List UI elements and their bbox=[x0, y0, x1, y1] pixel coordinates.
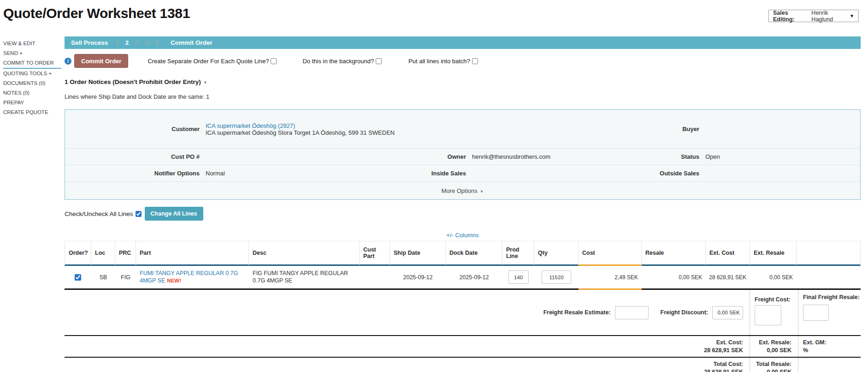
line-dock-date: 2025-09-12 bbox=[446, 266, 502, 290]
col-header-resale[interactable]: Resale bbox=[642, 241, 706, 266]
commit-order-button[interactable]: Commit Order bbox=[74, 54, 128, 68]
line-qty-input[interactable] bbox=[542, 270, 571, 284]
sidebar-item-documents[interactable]: DOCUMENTS (0) bbox=[3, 78, 61, 88]
separate-order-checkbox[interactable] bbox=[271, 58, 277, 64]
more-options-toggle[interactable]: More Options▼ bbox=[442, 187, 484, 194]
col-header-prod-line[interactable]: Prod Line bbox=[502, 241, 534, 266]
separate-order-checkbox-label: Create Separate Order For Each Quote Lin… bbox=[148, 58, 269, 65]
sell-process-bar: Sell Process 1 2 3 4 5 Commit Order bbox=[65, 36, 861, 49]
line-resale: 0,00 SEK bbox=[679, 274, 702, 281]
order-notices-toggle[interactable]: 1 Order Notices (Doesn't Prohibit Order … bbox=[65, 78, 861, 85]
freight-section: Freight Resale Estimate: Freight Discoun… bbox=[65, 290, 861, 336]
col-header-desc[interactable]: Desc bbox=[249, 241, 360, 266]
sales-editing-label: Sales Editing: bbox=[773, 10, 809, 23]
current-step-label: Commit Order bbox=[171, 39, 213, 46]
freight-resale-estimate-input[interactable] bbox=[615, 306, 649, 319]
sidebar-item-notes[interactable]: NOTES (0) bbox=[3, 88, 61, 98]
col-header-ext-resale[interactable]: Ext. Resale bbox=[750, 241, 797, 266]
line-prc: FIG bbox=[115, 266, 136, 290]
col-header-ship-date[interactable]: Ship Date bbox=[390, 241, 446, 266]
info-icon[interactable]: i bbox=[65, 58, 71, 65]
sidebar-item-prepay[interactable]: PREPAY bbox=[3, 98, 61, 108]
step-3[interactable]: 3 bbox=[135, 39, 139, 46]
background-checkbox-label: Do this in the background? bbox=[302, 58, 374, 65]
ext-resale-total-value: 0,00 SEK bbox=[767, 347, 791, 354]
col-header-qty[interactable]: Qty bbox=[534, 241, 579, 266]
chevron-down-icon: ▼ bbox=[203, 80, 207, 85]
total-resale-label: Total Resale: bbox=[756, 360, 791, 368]
total-resale-value: 0,00 SEK bbox=[767, 368, 791, 372]
step-1[interactable]: 1 bbox=[115, 39, 119, 46]
col-header-cost[interactable]: Cost bbox=[579, 241, 642, 266]
batch-checkbox[interactable] bbox=[472, 58, 478, 64]
col-header-loc[interactable]: Loc bbox=[91, 241, 115, 266]
line-order-checkbox[interactable] bbox=[75, 274, 81, 281]
order-notices-title: 1 Order Notices (Doesn't Prohibit Order … bbox=[65, 78, 201, 85]
customer-panel: Customer ICA supermarket Ödeshög (2927) … bbox=[65, 109, 861, 200]
step-5[interactable]: 5 bbox=[155, 39, 159, 46]
line-part-link[interactable]: FUMI TANGY APPLE REGULAR 0.7G 4MGP SE bbox=[140, 270, 238, 284]
freight-cost-label: Freight Cost: bbox=[755, 296, 791, 303]
customer-address: ICA supermarket Ödeshög Stora Torget 1A … bbox=[206, 129, 401, 136]
sell-process-steps: 1 2 3 4 5 bbox=[115, 39, 159, 46]
main-content: Sell Process 1 2 3 4 5 Commit Order i Co… bbox=[65, 36, 861, 372]
sales-editing-select[interactable]: Sales Editing: Henrik Haglund ▼ bbox=[768, 10, 859, 22]
commit-toolbar: i Commit Order Create Separate Order For… bbox=[65, 54, 861, 68]
cust-po-label: Cust PO # bbox=[65, 153, 200, 160]
sidebar-item-create-pquote[interactable]: CREATE PQUOTE bbox=[3, 108, 61, 117]
sidebar: VIEW & EDIT SEND + COMMIT TO ORDER QUOTI… bbox=[3, 39, 61, 117]
page-title: Quote/Order Worksheet 1381 bbox=[3, 6, 190, 21]
sidebar-item-view-edit[interactable]: VIEW & EDIT bbox=[3, 39, 61, 48]
final-freight-resale-input[interactable] bbox=[803, 305, 829, 321]
table-row: SB FIG FUMI TANGY APPLE REGULAR 0.7G 4MG… bbox=[65, 266, 861, 290]
columns-toggle-link[interactable]: +/- Columns bbox=[446, 232, 478, 239]
inside-sales-label: Inside Sales bbox=[401, 170, 466, 177]
freight-discount-input[interactable] bbox=[712, 306, 743, 319]
line-loc: SB bbox=[91, 266, 115, 290]
chevron-down-icon: ▼ bbox=[850, 13, 854, 18]
ext-gm-label: Ext. GM: bbox=[803, 339, 827, 347]
ext-totals-row: Ext. Cost: 28 628,91 SEK Ext. Resale: 0,… bbox=[65, 336, 861, 358]
table-header-row: Order? Loc PRC Part Desc Cust Part Ship … bbox=[65, 241, 861, 266]
chevron-down-icon: ▼ bbox=[480, 189, 484, 194]
step-4[interactable]: 4 bbox=[145, 39, 149, 46]
owner-value: henrik@thesnusbrothers.com bbox=[466, 153, 644, 160]
ext-gm-value: % bbox=[803, 347, 808, 354]
col-header-dock-date[interactable]: Dock Date bbox=[446, 241, 502, 266]
freight-cost-input[interactable] bbox=[755, 305, 781, 325]
col-header-prc[interactable]: PRC bbox=[115, 241, 136, 266]
line-ext-resale: 0,00 SEK bbox=[769, 274, 793, 281]
customer-link[interactable]: ICA supermarket Ödeshög (2927) bbox=[206, 122, 295, 129]
outside-sales-label: Outside Sales bbox=[644, 170, 699, 177]
order-notice-detail: Lines where Ship Date and Dock Date are … bbox=[65, 93, 861, 100]
line-ext-cost: 28 628,91 SEK bbox=[709, 274, 746, 281]
col-header-part[interactable]: Part bbox=[136, 241, 249, 266]
col-header-ext-cost[interactable]: Ext. Cost bbox=[706, 241, 750, 266]
sell-process-title: Sell Process bbox=[71, 39, 108, 46]
col-header-order[interactable]: Order? bbox=[65, 241, 91, 266]
sidebar-item-commit-to-order[interactable]: COMMIT TO ORDER bbox=[3, 58, 61, 69]
step-2-active[interactable]: 2 bbox=[125, 39, 129, 46]
ext-cost-total-label: Ext. Cost: bbox=[716, 339, 743, 347]
buyer-label: Buyer bbox=[644, 126, 699, 132]
check-all-checkbox[interactable] bbox=[136, 211, 142, 217]
col-header-blank bbox=[797, 241, 861, 266]
more-options-label: More Options bbox=[442, 187, 478, 194]
total-cost-value: 28 628,91 SEK bbox=[704, 368, 743, 372]
notifier-options-value: Normal bbox=[200, 170, 401, 177]
quote-lines-table: Order? Loc PRC Part Desc Cust Part Ship … bbox=[65, 241, 861, 372]
col-header-cust-part[interactable]: Cust Part bbox=[360, 241, 390, 266]
customer-label: Customer bbox=[65, 126, 200, 132]
line-prod-line-input[interactable] bbox=[508, 270, 529, 284]
line-blank-cell bbox=[797, 266, 861, 290]
total-cost-label: Total Cost: bbox=[714, 360, 743, 368]
lines-toolbar: Check/Uncheck All Lines Change All Lines bbox=[65, 207, 861, 221]
sidebar-item-quoting-tools[interactable]: QUOTING TOOLS + bbox=[3, 69, 61, 78]
final-freight-resale-label: Final Freight Resale: bbox=[803, 294, 844, 301]
line-cost: 2,49 SEK bbox=[614, 274, 638, 281]
batch-checkbox-label: Put all lines into batch? bbox=[408, 58, 470, 65]
change-all-lines-button[interactable]: Change All Lines bbox=[145, 207, 203, 221]
background-checkbox[interactable] bbox=[376, 58, 382, 64]
freight-discount-label: Freight Discount: bbox=[661, 309, 708, 316]
sidebar-item-send[interactable]: SEND + bbox=[3, 48, 61, 58]
